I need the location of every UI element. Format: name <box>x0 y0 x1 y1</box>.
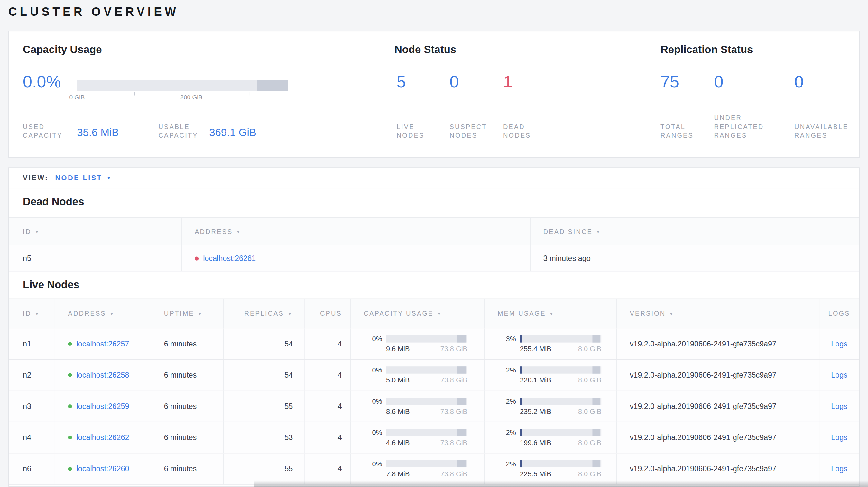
mem-used-fill <box>520 335 523 343</box>
sort-arrow-icon: ▼ <box>287 311 293 316</box>
used-capacity-label: USED CAPACITY <box>23 122 68 140</box>
node-logs-link[interactable]: Logs <box>831 340 847 348</box>
live-nodes-count: 5 <box>397 72 406 91</box>
live-nodes-label: LIVE NODES <box>397 122 437 140</box>
node-address-link[interactable]: localhost:26261 <box>203 254 256 262</box>
used-capacity-value: 35.6 MiB <box>77 127 119 139</box>
column-header-mem-usage[interactable]: MEM USAGE ▼ <box>485 299 617 328</box>
node-list-dropdown[interactable]: NODE LIST ▼ <box>55 174 111 182</box>
node-dead-status-icon <box>195 256 198 260</box>
column-header-label: ID <box>23 228 31 235</box>
node-capacity-usage-cell: 0% 9.6 MiB 73.8 GiB <box>351 328 485 359</box>
sort-arrow-icon: ▼ <box>35 311 40 316</box>
mem-total-value: 8.0 GiB <box>578 345 601 353</box>
node-uptime: 6 minutes <box>151 391 224 421</box>
node-version: v19.2.0-alpha.20190606-2491-gfe735c9a97 <box>617 422 819 453</box>
usable-capacity-label: USABLE CAPACITY <box>158 122 208 140</box>
node-address-link[interactable]: localhost:26258 <box>76 371 129 379</box>
node-id: n1 <box>9 328 55 359</box>
capacity-other-segment <box>457 397 466 405</box>
capacity-total-value: 73.8 GiB <box>440 345 467 353</box>
capacity-percent-value: 0% <box>363 397 382 405</box>
node-logs-link[interactable]: Logs <box>831 371 847 379</box>
column-header-address[interactable]: ADDRESS ▼ <box>55 299 151 328</box>
capacity-usage-bar <box>386 366 467 374</box>
node-logs-link[interactable]: Logs <box>831 402 847 411</box>
bottom-content-shadow <box>254 480 868 487</box>
cluster-summary-card: Capacity Usage 0.0% 0 GiB 200 GiB USED C… <box>8 31 860 158</box>
capacity-other-segment <box>457 460 466 467</box>
node-address-link[interactable]: localhost:26262 <box>76 433 129 442</box>
column-header-cpus: CPUS <box>305 299 351 328</box>
column-header-uptime[interactable]: UPTIME ▼ <box>151 299 224 328</box>
node-logs-link[interactable]: Logs <box>831 464 847 473</box>
sort-arrow-icon: ▼ <box>110 311 115 316</box>
node-mem-usage-cell: 2% 220.1 MiB 8.0 GiB <box>485 360 617 390</box>
mem-used-value: 225.5 MiB <box>520 470 551 478</box>
node-address-cell: localhost:26262 <box>55 422 151 453</box>
capacity-total-value: 73.8 GiB <box>440 408 467 415</box>
sort-arrow-icon: ▼ <box>35 229 40 234</box>
column-header-id[interactable]: ID ▼ <box>9 299 55 328</box>
column-header-label: VERSION <box>630 310 666 317</box>
dead-node-row: n5 localhost:26261 3 minutes ago <box>9 246 859 271</box>
dead-nodes-label: DEAD NODES <box>503 122 544 140</box>
mem-total-value: 8.0 GiB <box>578 470 601 478</box>
sort-arrow-icon: ▼ <box>549 311 555 316</box>
node-address-link[interactable]: localhost:26260 <box>76 464 129 473</box>
mem-used-fill <box>520 397 522 405</box>
node-logs-link[interactable]: Logs <box>831 433 847 442</box>
capacity-usage-bar <box>77 80 288 91</box>
mem-used-value: 235.2 MiB <box>520 408 551 415</box>
node-id: n3 <box>9 391 55 421</box>
cluster-overview-page: CLUSTER OVERVIEW Capacity Usage 0.0% 0 G… <box>0 0 868 487</box>
mem-percent-value: 3% <box>497 335 516 343</box>
column-header-replicas[interactable]: REPLICAS ▼ <box>224 299 304 328</box>
node-replicas: 54 <box>224 360 304 390</box>
node-list-dropdown-value: NODE LIST <box>55 174 102 182</box>
capacity-total-value: 73.8 GiB <box>440 470 467 478</box>
node-address-cell: localhost:26259 <box>55 391 151 421</box>
live-node-row: n1 localhost:26257 6 minutes 54 4 0% <box>9 328 859 360</box>
column-header-label: ADDRESS <box>195 228 232 235</box>
mem-usage-bar <box>520 335 601 343</box>
node-capacity-usage-cell: 0% 7.8 MiB 73.8 GiB <box>351 454 485 484</box>
suspect-nodes-label: SUSPECT NODES <box>450 122 497 140</box>
column-header-capacity-usage[interactable]: CAPACITY USAGE ▼ <box>351 299 485 328</box>
node-cpus: 4 <box>305 422 351 453</box>
dead-nodes-count: 1 <box>503 72 513 91</box>
mem-usage-bar <box>520 366 601 374</box>
capacity-percent-value: 0% <box>363 460 382 468</box>
total-ranges-count: 75 <box>660 72 679 91</box>
live-nodes-table: ID ▼ ADDRESS ▼ UPTIME ▼ REPLICAS ▼ CPUS <box>9 298 859 485</box>
sort-arrow-icon: ▼ <box>437 311 442 316</box>
capacity-axis-label-200: 200 GiB <box>175 94 208 100</box>
node-dead-since: 3 minutes ago <box>530 246 859 271</box>
node-cpus: 4 <box>305 328 351 359</box>
under-replicated-ranges-label: UNDER-REPLICATED RANGES <box>714 113 776 140</box>
node-logs-cell: Logs <box>819 360 859 390</box>
capacity-used-value: 9.6 MiB <box>386 345 410 353</box>
node-id: n4 <box>9 422 55 453</box>
capacity-usage-bar <box>386 335 467 343</box>
node-address-link[interactable]: localhost:26257 <box>76 340 129 348</box>
column-header-label: MEM USAGE <box>498 310 546 317</box>
capacity-used-value: 5.0 MiB <box>386 376 410 384</box>
node-mem-usage-cell: 3% 255.4 MiB 8.0 GiB <box>485 328 617 359</box>
node-id: n6 <box>9 454 55 484</box>
column-header-dead-since[interactable]: DEAD SINCE ▼ <box>530 218 859 245</box>
total-ranges-label: TOTAL RANGES <box>660 122 704 140</box>
column-header-address[interactable]: ADDRESS ▼ <box>182 218 530 245</box>
node-address-link[interactable]: localhost:26259 <box>76 402 129 411</box>
column-header-version[interactable]: VERSION ▼ <box>617 299 819 328</box>
capacity-used-value: 4.6 MiB <box>386 439 410 447</box>
node-mem-usage-cell: 2% 199.6 MiB 8.0 GiB <box>485 422 617 453</box>
mem-usage-bar <box>520 397 601 405</box>
page-title: CLUSTER OVERVIEW <box>8 5 179 19</box>
column-header-label: ID <box>23 310 31 317</box>
node-address-cell: localhost:26260 <box>55 454 151 484</box>
column-header-id[interactable]: ID ▼ <box>9 218 182 245</box>
mem-used-fill <box>520 460 522 467</box>
capacity-other-segment <box>457 429 466 436</box>
capacity-other-segment <box>457 366 466 374</box>
